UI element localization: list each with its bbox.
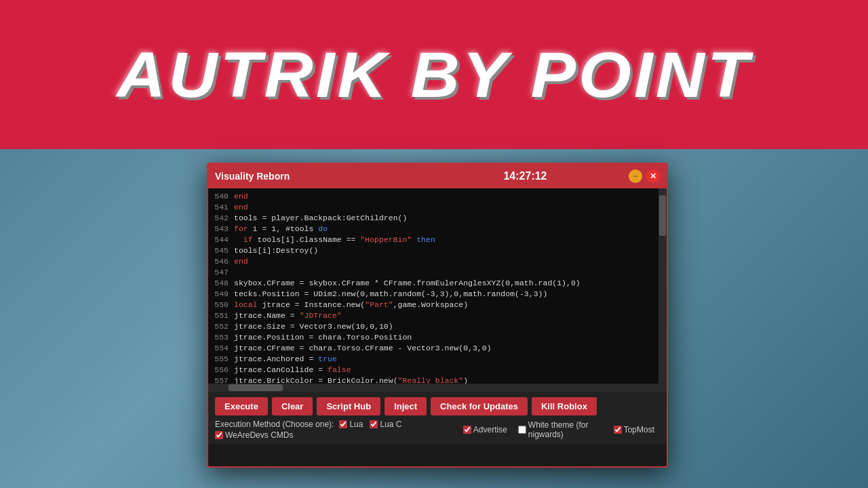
code-editor[interactable]: 540end541end542tools = player.Backpack:G… <box>208 188 667 392</box>
minimize-button[interactable]: − <box>629 169 642 183</box>
options-row: Execution Method (Choose one): Lua Lua C… <box>215 420 660 440</box>
line-number: 544 <box>208 235 234 245</box>
code-line: 550local jtrace = Instance.new("Part",ga… <box>208 300 657 310</box>
advertise-checkbox-item: Advertise <box>463 425 507 434</box>
code-line: 553jtrace.Position = chara.Torso.Positio… <box>208 332 657 343</box>
luac-checkbox[interactable] <box>370 420 378 428</box>
line-code: tools = player.Backpack:GetChildren() <box>234 213 407 224</box>
whitetheme-label: White theme (for nigwards) <box>528 420 603 439</box>
check-updates-button[interactable]: Check for Updates <box>431 397 528 415</box>
line-number: 543 <box>208 224 234 235</box>
line-code: tools[i]:Destroy() <box>234 245 318 256</box>
script-hub-button[interactable]: Script Hub <box>317 397 380 415</box>
wearedevs-checkbox-item: WeAreDevs CMDs <box>215 430 293 440</box>
right-options: Advertise White theme (for nigwards) Top… <box>463 420 660 439</box>
button-row: Execute Clear Script Hub Inject Check fo… <box>215 397 660 415</box>
horizontal-scrollbar[interactable] <box>208 384 658 392</box>
line-code: end <box>234 256 248 267</box>
line-number: 546 <box>208 256 234 267</box>
code-line: 552jtrace.Size = Vector3.new(10,0,10) <box>208 321 657 332</box>
topmost-checkbox[interactable] <box>614 426 622 434</box>
window-controls: − ✕ <box>629 169 660 183</box>
advertise-label: Advertise <box>473 425 507 434</box>
exec-method-label: Execution Method (Choose one): <box>215 420 334 429</box>
code-line: 542tools = player.Backpack:GetChildren() <box>208 213 657 224</box>
code-line: 556jtrace.CanCollide = false <box>208 365 657 375</box>
line-number: 550 <box>208 300 234 310</box>
code-line: 545tools[i]:Destroy() <box>208 245 657 256</box>
code-line: 555jtrace.Anchored = true <box>208 354 657 365</box>
code-line: 543for i = 1, #tools do <box>208 224 657 235</box>
line-code: jtrace.Name = "JDTrace" <box>234 310 342 321</box>
kill-roblox-button[interactable]: Kill Roblox <box>532 397 597 415</box>
line-code: local jtrace = Instance.new("Part",game.… <box>234 300 468 310</box>
whitetheme-checkbox-item: White theme (for nigwards) <box>518 420 603 439</box>
luac-label: Lua C <box>380 420 401 429</box>
line-number: 549 <box>208 289 234 300</box>
line-number: 540 <box>208 191 234 202</box>
line-number: 551 <box>208 310 234 321</box>
line-code: jtrace.Size = Vector3.new(10,0,10) <box>234 321 393 332</box>
bottom-panel: Execute Clear Script Hub Inject Check fo… <box>208 392 667 444</box>
scrollbar-thumb-v[interactable] <box>659 195 666 236</box>
wearedevs-label: WeAreDevs CMDs <box>225 430 293 440</box>
lua-checkbox[interactable] <box>339 420 347 428</box>
line-number: 554 <box>208 343 234 354</box>
advertise-checkbox[interactable] <box>463 426 471 434</box>
line-number: 541 <box>208 202 234 213</box>
line-number: 552 <box>208 321 234 332</box>
line-code: end <box>234 202 248 213</box>
clock-display: 14:27:12 <box>422 170 629 182</box>
line-code: skybox.CFrame = skybox.CFrame * CFrame.f… <box>234 278 580 289</box>
code-line: 548skybox.CFrame = skybox.CFrame * CFram… <box>208 278 657 289</box>
line-number: 542 <box>208 213 234 224</box>
banner-title: AUTRIK BY POINT <box>117 37 751 111</box>
line-number: 547 <box>208 267 234 278</box>
lua-label: Lua <box>349 420 363 429</box>
line-code: end <box>234 191 248 202</box>
line-code: for i = 1, #tools do <box>234 224 328 235</box>
code-line: 546end <box>208 256 657 267</box>
code-line: 551jtrace.Name = "JDTrace" <box>208 310 657 321</box>
title-bar: Visuality Reborn 14:27:12 − ✕ <box>208 164 667 188</box>
line-number: 555 <box>208 354 234 365</box>
wearedevs-checkbox[interactable] <box>215 431 223 439</box>
topmost-checkbox-item: TopMost <box>614 425 654 434</box>
close-button[interactable]: ✕ <box>646 169 660 183</box>
line-code: jtrace.CFrame = chara.Torso.CFrame - Vec… <box>234 343 492 354</box>
line-number: 545 <box>208 245 234 256</box>
code-line: 554jtrace.CFrame = chara.Torso.CFrame - … <box>208 343 657 354</box>
whitetheme-checkbox[interactable] <box>518 426 526 434</box>
code-line: 540end <box>208 191 657 202</box>
app-window: Visuality Reborn 14:27:12 − ✕ 540end541e… <box>207 163 668 468</box>
execution-method-options: Execution Method (Choose one): Lua Lua C… <box>215 420 463 440</box>
lua-checkbox-item: Lua <box>339 420 363 429</box>
line-code: jtrace.CanCollide = false <box>234 365 351 375</box>
banner: AUTRIK BY POINT <box>0 0 868 149</box>
line-code: jtrace.Position = chara.Torso.Position <box>234 332 412 343</box>
line-code: jtrace.Anchored = true <box>234 354 337 365</box>
code-line: 547 <box>208 267 657 278</box>
code-content: 540end541end542tools = player.Backpack:G… <box>208 188 667 392</box>
topmost-label: TopMost <box>624 425 654 434</box>
code-line: 544 if tools[i].ClassName == "HopperBin"… <box>208 235 657 245</box>
inject-button[interactable]: Inject <box>384 397 427 415</box>
execute-button[interactable]: Execute <box>215 397 268 415</box>
code-line: 549tecks.Position = UDim2.new(0,math.ran… <box>208 289 657 300</box>
line-number: 548 <box>208 278 234 289</box>
clear-button[interactable]: Clear <box>272 397 313 415</box>
scrollbar-thumb-h[interactable] <box>229 384 283 391</box>
window-title: Visuality Reborn <box>215 171 422 182</box>
line-number: 556 <box>208 365 234 375</box>
code-line: 541end <box>208 202 657 213</box>
line-code: tecks.Position = UDim2.new(0,math.random… <box>234 289 547 300</box>
luac-checkbox-item: Lua C <box>370 420 401 429</box>
line-number: 553 <box>208 332 234 343</box>
vertical-scrollbar[interactable] <box>658 188 667 392</box>
line-code: if tools[i].ClassName == "HopperBin" the… <box>234 235 435 245</box>
